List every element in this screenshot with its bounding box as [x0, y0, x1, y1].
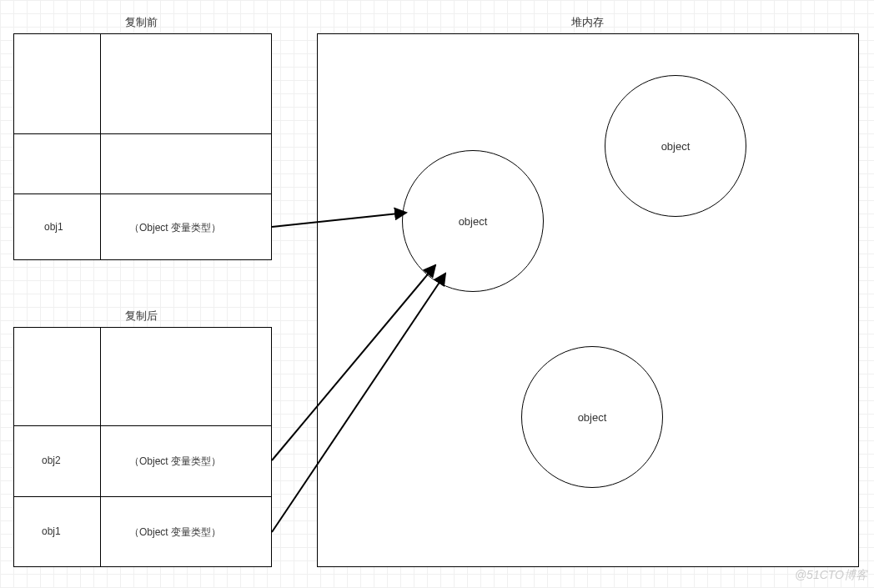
heap-object-2: object: [605, 75, 746, 217]
table-after-hdiv1: [13, 425, 272, 426]
diagram-stage: 复制前 obj1 （Object 变量类型） 复制后 obj2 （Object …: [0, 0, 874, 588]
heap-object-2-label: object: [661, 140, 691, 153]
heap-object-3-label: object: [578, 411, 607, 424]
watermark: @51CTO博客: [795, 568, 867, 583]
table-after-vdiv: [100, 327, 101, 567]
label-after-copy: 复制后: [125, 309, 158, 324]
heap-object-3: object: [521, 346, 663, 488]
table-before-hdiv2: [13, 193, 272, 194]
label-before-copy: 复制前: [125, 15, 158, 30]
table-after-r3-right: （Object 变量类型）: [129, 525, 221, 540]
table-before-r3-left: obj1: [44, 221, 63, 233]
heap-object-1: object: [402, 150, 544, 292]
label-heap: 堆内存: [571, 15, 604, 30]
table-after-r3-left: obj1: [42, 525, 61, 537]
table-after-hdiv2: [13, 496, 272, 497]
table-before-hdiv1: [13, 133, 272, 134]
table-before-r3-right: （Object 变量类型）: [129, 221, 221, 235]
heap-object-1-label: object: [459, 215, 488, 228]
table-before-vdiv: [100, 33, 101, 260]
table-after-r2-right: （Object 变量类型）: [129, 455, 221, 469]
table-after-r2-left: obj2: [42, 455, 61, 466]
